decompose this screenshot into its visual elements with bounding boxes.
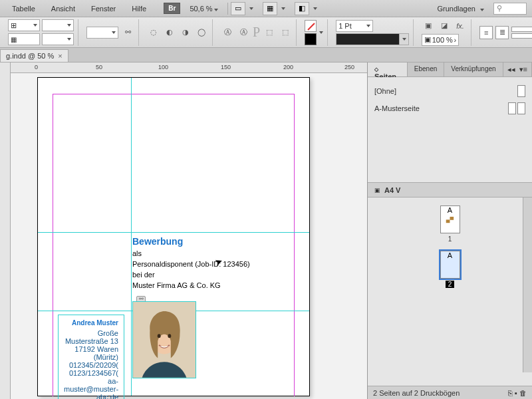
menu-ansicht[interactable]: Ansicht [45, 3, 82, 15]
textwrap-icon-4[interactable]: ⬚ [279, 26, 292, 39]
workspace: 0 50 100 150 200 250 Bewerbung als Perso… [0, 63, 532, 399]
width-field[interactable] [86, 27, 118, 39]
link-wh-icon[interactable]: ⚯ [121, 26, 134, 39]
portrait-placeholder [133, 302, 196, 378]
menu-tabelle[interactable]: Tabelle [5, 3, 42, 15]
fill-color[interactable] [305, 20, 317, 32]
sender-line: aa-muster@muster-abc.de [64, 377, 118, 399]
scrollbar[interactable] [523, 198, 532, 372]
menu-fenster[interactable]: Fenster [84, 3, 122, 15]
screen-mode-icon[interactable]: ▭ [231, 2, 245, 15]
pages-status-bar: 2 Seiten auf 2 Druckbögen ⎘ ▪ 🗑 [368, 386, 532, 399]
ruler-tick: 0 [35, 64, 38, 70]
sender-text-frame[interactable]: Andrea Muster Große Musterstraße 13 1719… [58, 315, 124, 399]
workspace-selector[interactable]: Grundlagen [430, 3, 491, 14]
stroke-style[interactable] [336, 33, 409, 45]
opacity-field[interactable]: ▣100 %› [422, 34, 459, 46]
fx-label-icon[interactable]: fx. [454, 19, 467, 33]
align-icon-1[interactable]: ≡ [479, 26, 493, 39]
title-text-frame[interactable]: Bewerbung als Personaldisponent (Job-ID:… [132, 236, 295, 289]
menu-hilfe[interactable]: Hilfe [125, 3, 153, 15]
close-icon[interactable]: × [58, 52, 62, 60]
body-text: bei der [132, 271, 295, 279]
ruler-horizontal[interactable]: 0 50 100 150 200 250 [11, 63, 367, 73]
sender-line: 0123/1234567( [64, 369, 118, 377]
master-none[interactable]: [Ohne] [374, 82, 525, 100]
title-text: Bewerbung [132, 236, 295, 247]
ruler-tick: 200 [283, 64, 293, 70]
panel-dock: ◇ Seiten Ebenen Verknüpfungen ◂◂ ▾≡ [Ohn… [367, 63, 532, 399]
body-text: als [132, 249, 295, 257]
search-icon: ⚲ [497, 4, 502, 13]
fx-icon-2[interactable]: ◪ [438, 19, 451, 33]
pathfinder-icon-1[interactable]: ◌ [147, 26, 160, 39]
svg-point-2 [158, 334, 161, 338]
tab-verknuepfungen[interactable]: Verknüpfungen [444, 63, 503, 76]
canvas-area: 0 50 100 150 200 250 Bewerbung als Perso… [0, 63, 367, 399]
collapse-icon[interactable]: ◂◂ [507, 65, 515, 74]
p-glyph-icon[interactable]: P [253, 25, 260, 40]
search-field[interactable]: ⚲ [493, 3, 527, 15]
guide-horizontal[interactable] [38, 232, 309, 233]
tab-ebenen[interactable]: Ebenen [408, 63, 444, 76]
pathfinder-icon-4[interactable]: ◯ [195, 26, 208, 39]
body-text: Muster Firma AG & Co. KG [132, 281, 295, 289]
textwrap-icon-1[interactable]: Ⓐ [221, 26, 234, 39]
page-number: 1 [448, 235, 452, 243]
textwrap-icon-2[interactable]: Ⓐ [237, 26, 250, 39]
ruler-vertical[interactable] [0, 63, 11, 399]
view-options-icon[interactable]: ◧ [295, 2, 309, 15]
body-text: Personaldisponent (Job-ID: 123456) [132, 260, 295, 268]
document-title: g.indd @ 50 % [6, 52, 54, 60]
sender-line: Große Musterstraße 13 [64, 329, 118, 345]
master-pages-section: [Ohne] A-Musterseite [368, 77, 532, 183]
master-thumb [517, 85, 525, 97]
textwrap-icon-3[interactable]: ⬚ [263, 26, 276, 39]
pages-list: A▄▀ 1 A 2 [368, 198, 532, 386]
pathfinder-icon-2[interactable]: ◐ [163, 26, 176, 39]
zoom-level[interactable]: 50,6 % [183, 5, 224, 13]
ruler-tick: 250 [344, 64, 354, 70]
document-tab-bar: g.indd @ 50 % × [0, 48, 532, 63]
stroke-color[interactable] [305, 33, 317, 45]
stroke-weight[interactable]: 1 Pt [336, 20, 373, 32]
panel-tabs: ◇ Seiten Ebenen Verknüpfungen ◂◂ ▾≡ [368, 63, 532, 77]
ruler-tick: 100 [158, 64, 168, 70]
gap-field-1[interactable] [511, 27, 532, 32]
menubar: Tabelle Ansicht Fenster Hilfe Br 50,6 % … [0, 0, 532, 17]
arrange-icon[interactable]: ▦ [263, 2, 277, 15]
dimension-controls[interactable]: ⊞ ▦ [8, 19, 74, 45]
fx-icon-1[interactable]: ▣ [422, 19, 435, 33]
bridge-button[interactable]: Br [164, 3, 180, 14]
panel-menu-icon[interactable]: ▾≡ [519, 65, 527, 74]
pathfinder-icon-3[interactable]: ◑ [179, 26, 192, 39]
align-icon-2[interactable]: ≣ [495, 26, 509, 39]
control-bar: ⊞ ▦ ⚯ ◌ ◐ ◑ ◯ Ⓐ Ⓐ P ⬚ ⬚ 1 Pt [0, 17, 532, 48]
page-number: 2 [446, 281, 455, 288]
sender-line: 17192 Waren (Müritz) [64, 345, 118, 361]
page-thumbnail-1[interactable]: A▄▀ 1 [440, 205, 460, 243]
page-thumbnail-2[interactable]: A 2 [440, 251, 460, 288]
photo-frame[interactable] [132, 301, 196, 378]
ruler-tick: 150 [221, 64, 231, 70]
svg-point-3 [168, 334, 171, 338]
tab-seiten[interactable]: ◇ Seiten [368, 63, 408, 76]
page-count-label: 2 Seiten auf 2 Druckbögen [373, 389, 460, 397]
sender-line: 012345/20209( [64, 361, 118, 369]
ruler-tick: 50 [96, 64, 102, 70]
sender-name: Andrea Muster [64, 319, 118, 327]
document-page[interactable]: Bewerbung als Personaldisponent (Job-ID:… [37, 77, 310, 396]
gap-field-2[interactable] [511, 33, 532, 39]
canvas[interactable]: Bewerbung als Personaldisponent (Job-ID:… [11, 73, 367, 399]
master-a[interactable]: A-Musterseite [374, 100, 525, 117]
document-tab[interactable]: g.indd @ 50 % × [0, 49, 68, 62]
panel-actions[interactable]: ⎘ ▪ 🗑 [508, 389, 527, 397]
guide-vertical[interactable] [131, 78, 132, 396]
page-format-bar[interactable]: ▣ A4 V [368, 183, 532, 198]
